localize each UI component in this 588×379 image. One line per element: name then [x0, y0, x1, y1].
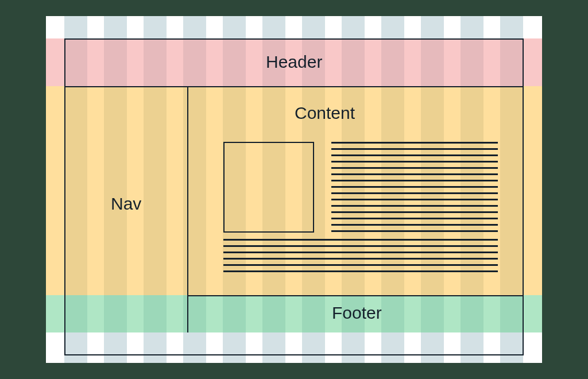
- content-label: Content: [295, 103, 355, 123]
- footer-divider: [187, 295, 524, 296]
- diagram-canvas: Header Nav Content Footer: [46, 16, 542, 363]
- content-text-lines: [331, 142, 498, 237]
- content-image-placeholder: [223, 142, 314, 233]
- header-label: Header: [266, 52, 322, 72]
- content-text-lines-wide: [223, 239, 498, 277]
- nav-label: Nav: [111, 194, 141, 214]
- header-divider: [64, 86, 524, 87]
- footer-label: Footer: [332, 303, 382, 323]
